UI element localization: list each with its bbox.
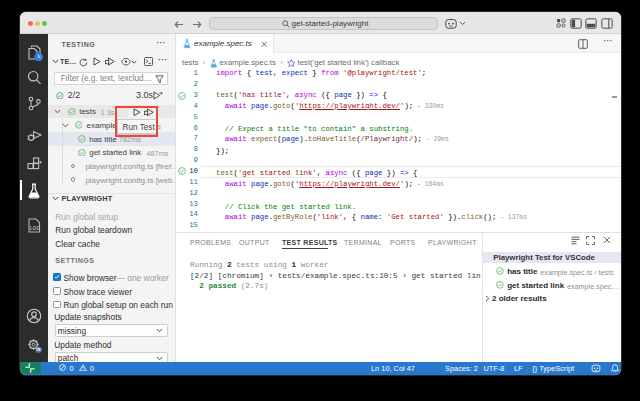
svg-text:TE: TE <box>36 348 41 352</box>
svg-text:LOG: LOG <box>30 226 40 231</box>
